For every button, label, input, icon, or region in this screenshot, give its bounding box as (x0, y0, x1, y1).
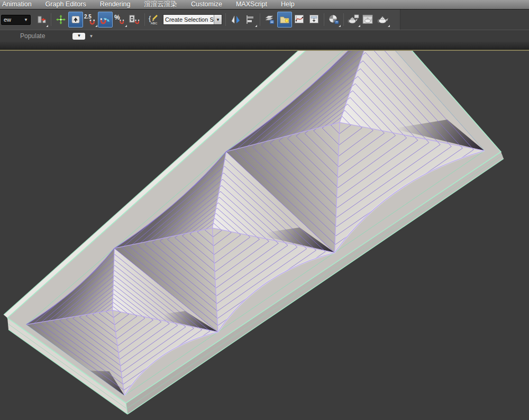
curve-editor-icon (294, 14, 305, 25)
material-editor-icon (328, 14, 340, 25)
curve-editor-button[interactable] (292, 12, 307, 28)
menu-maxscript[interactable]: MAXScript (229, 0, 274, 9)
mirror-button[interactable] (228, 12, 243, 28)
manage-layers-button[interactable] (262, 12, 277, 28)
ribbon-minimize-button[interactable]: ▼ (72, 33, 85, 40)
select-manipulate-icon (56, 14, 66, 25)
snap-2-5-icon: 2.5 (84, 13, 97, 26)
pivot-center-icon (37, 15, 47, 25)
toolbar-separator (324, 13, 324, 26)
schematic-view-icon (308, 14, 320, 25)
chevron-down-icon[interactable]: ▼ (214, 15, 222, 24)
menu-customize[interactable]: Customize (184, 0, 229, 9)
percent-snap-icon: % (114, 14, 126, 25)
keyboard-shortcut-override-button[interactable] (68, 12, 83, 28)
toolbar-separator (225, 13, 226, 26)
main-toolbar: ew ▼ 2.5 (0, 10, 529, 30)
ribbon-collapsed-strip (0, 42, 529, 49)
named-selection-sets-icon: { ABC (148, 13, 161, 26)
named-selection-set-combobox[interactable]: Create Selection Se ▼ (163, 14, 222, 25)
svg-text:2.5: 2.5 (84, 14, 92, 20)
keyboard-override-icon (70, 14, 81, 25)
layers-icon (264, 14, 276, 25)
rendered-frame-window-button[interactable] (361, 12, 376, 28)
render-teapot-icon (377, 14, 389, 25)
rendered-frame-icon (362, 14, 375, 25)
menu-cloud-render[interactable]: 渲渲云渲染 (137, 0, 184, 9)
percent-snap-toggle-button[interactable]: % (113, 12, 127, 28)
toolbar-separator (260, 13, 260, 26)
brace-glyph: { (149, 14, 151, 22)
menu-rendering[interactable]: Rendering (93, 0, 138, 9)
material-editor-button[interactable] (326, 12, 341, 28)
viewport-3d[interactable] (0, 51, 529, 420)
reference-coordinate-dropdown[interactable]: ew ▼ (1, 15, 31, 25)
toolbar-separator (144, 13, 145, 26)
menu-graph-editors[interactable]: Graph Editors (39, 0, 93, 9)
ribbon-bar: Populate ▼ ▼ (0, 30, 529, 42)
toolbar-separator (343, 13, 344, 26)
schematic-view-button[interactable] (307, 12, 322, 28)
select-and-manipulate-button[interactable] (53, 12, 68, 28)
svg-text:ABC: ABC (151, 22, 158, 25)
selection-set-value: Create Selection Se (163, 16, 214, 23)
menu-help[interactable]: Help (274, 0, 302, 9)
scene-explorer-icon (279, 14, 290, 25)
menu-animation[interactable]: Animation (0, 0, 39, 9)
spinner-snap-icon (129, 14, 141, 25)
mirror-icon (230, 14, 241, 25)
use-pivot-center-button[interactable] (34, 12, 49, 28)
ribbon-tab-populate[interactable]: Populate (20, 32, 45, 40)
align-icon (245, 14, 256, 25)
angle-snap-toggle-button[interactable] (98, 12, 113, 28)
chevron-down-icon: ▼ (24, 17, 28, 22)
svg-text:%: % (114, 14, 120, 21)
ribbon-options-arrow[interactable]: ▼ (89, 34, 93, 39)
spinner-snap-toggle-button[interactable] (127, 12, 142, 28)
menu-bar: Animation Graph Editors Rendering 渲渲云渲染 … (0, 0, 529, 10)
render-setup-button[interactable] (346, 12, 361, 28)
snap-toggle-2-5-button[interactable]: 2.5 (83, 12, 98, 28)
render-setup-icon (347, 14, 360, 25)
align-button[interactable] (243, 12, 258, 28)
toolbar-separator (51, 13, 51, 26)
scene-explorer-button[interactable] (277, 12, 292, 28)
edit-named-selection-sets-button[interactable]: { ABC (147, 12, 162, 28)
render-production-button[interactable] (376, 12, 390, 28)
vault-model-canvas (0, 51, 529, 420)
toolbar-panel: ew ▼ 2.5 (0, 10, 400, 30)
coordinate-value: ew (4, 16, 11, 23)
angle-snap-icon (99, 14, 111, 25)
